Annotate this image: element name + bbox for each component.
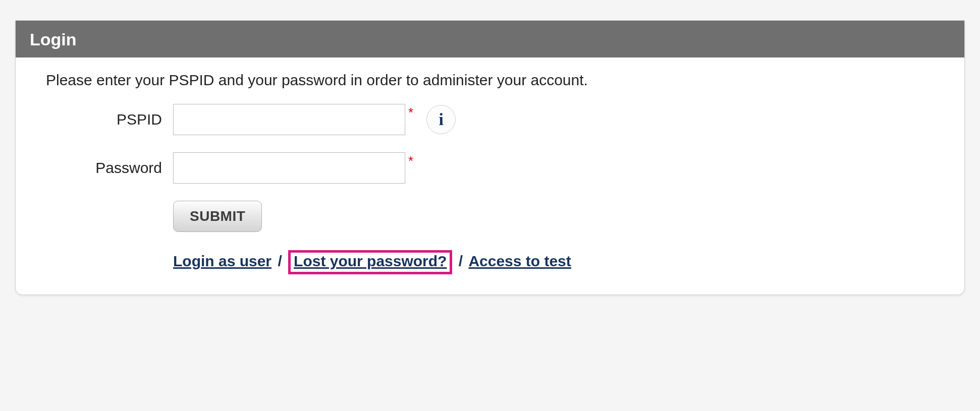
pspid-row: PSPID * i [46, 104, 934, 135]
link-separator: / [457, 253, 465, 270]
submit-row: SUBMIT [173, 201, 934, 232]
pspid-label: PSPID [46, 111, 173, 128]
submit-button[interactable]: SUBMIT [173, 201, 262, 232]
lost-password-highlight: Lost your password? [288, 250, 452, 274]
lost-password-link[interactable]: Lost your password? [294, 253, 447, 269]
password-input[interactable] [173, 152, 405, 184]
required-mark-icon: * [408, 152, 413, 169]
info-icon[interactable]: i [426, 105, 456, 134]
card-title: Login [16, 21, 964, 57]
login-card: Login Please enter your PSPID and your p… [15, 20, 965, 295]
card-body: Please enter your PSPID and your passwor… [16, 57, 964, 295]
password-label: Password [46, 159, 173, 177]
required-mark-icon: * [408, 104, 413, 121]
login-links-row: Login as user / Lost your password? / Ac… [173, 250, 934, 274]
pspid-input[interactable] [173, 104, 405, 135]
login-as-user-link[interactable]: Login as user [173, 253, 271, 269]
link-separator: / [276, 253, 284, 270]
login-instruction: Please enter your PSPID and your passwor… [46, 72, 934, 89]
password-row: Password * [46, 152, 934, 184]
access-to-test-link[interactable]: Access to test [468, 253, 571, 269]
